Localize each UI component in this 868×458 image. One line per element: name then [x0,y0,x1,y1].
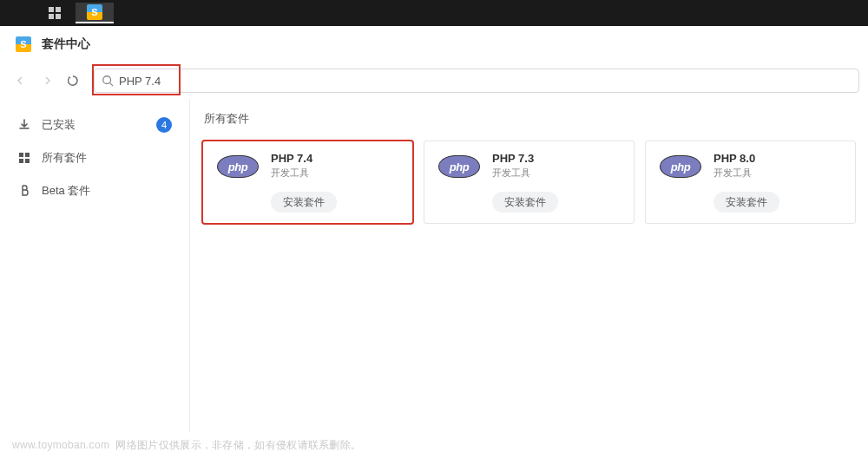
sidebar-item-label: 所有套件 [42,150,172,166]
app-header: S 套件中心 [0,26,868,62]
svg-rect-3 [56,14,61,19]
svg-rect-2 [49,14,54,19]
package-card[interactable]: php PHP 8.0 开发工具 安装套件 [645,141,856,224]
package-subtitle: 开发工具 [271,167,400,180]
sidebar: 已安装 4 所有套件 Beta 套件 [0,99,189,432]
sidebar-item-installed[interactable]: 已安装 4 [9,111,181,139]
toolbar [0,62,868,99]
footer-note: www.toymoban.com 网络图片仅供展示，非存储，如有侵权请联系删除。 [12,438,361,453]
installed-count-badge: 4 [156,117,172,133]
svg-rect-8 [19,159,23,163]
taskbar: S [0,0,868,26]
card-body: PHP 7.4 开发工具 安装套件 [271,152,400,213]
package-card[interactable]: php PHP 7.3 开发工具 安装套件 [424,141,635,224]
svg-rect-7 [25,153,30,157]
package-list: php PHP 7.4 开发工具 安装套件 php PHP 7.3 开发工具 安… [202,141,856,224]
svg-rect-9 [25,159,30,163]
package-subtitle: 开发工具 [492,167,621,180]
svg-line-5 [110,83,114,87]
sidebar-item-label: 已安装 [42,117,156,133]
grid-icon [17,151,31,165]
taskbar-package-center-button[interactable]: S [76,3,114,23]
package-title: PHP 7.4 [271,152,400,165]
install-button[interactable]: 安装套件 [492,192,558,213]
svg-rect-0 [49,7,54,12]
footer-domain: www.toymoban.com [12,439,109,451]
forward-button[interactable] [35,69,59,92]
download-icon [17,118,31,132]
install-button[interactable]: 安装套件 [271,192,337,213]
package-center-icon: S [87,4,102,20]
sidebar-item-beta[interactable]: Beta 套件 [9,177,181,205]
php-icon: php [215,154,260,180]
package-title: PHP 7.3 [492,152,621,165]
package-subtitle: 开发工具 [713,167,843,180]
taskbar-spacer [5,0,36,26]
search-input[interactable] [119,75,852,88]
card-body: PHP 7.3 开发工具 安装套件 [492,152,621,213]
main-panel: 所有套件 php PHP 7.4 开发工具 安装套件 php PHP 7.3 开… [189,99,868,432]
taskbar-grid-button[interactable] [36,3,74,23]
search-field[interactable] [94,69,859,93]
beta-icon [17,184,31,198]
refresh-button[interactable] [61,69,85,92]
php-icon: php [658,154,703,180]
search-icon [102,75,114,87]
svg-point-4 [103,76,111,84]
package-title: PHP 8.0 [713,152,843,165]
svg-rect-1 [56,7,61,12]
svg-rect-6 [19,153,23,157]
footer-text: 网络图片仅供展示，非存储，如有侵权请联系删除。 [115,439,361,451]
main-heading: 所有套件 [202,111,856,127]
card-body: PHP 8.0 开发工具 安装套件 [713,152,843,213]
content: 已安装 4 所有套件 Beta 套件 所有套件 php PHP 7.4 开发工具… [0,99,868,432]
install-button[interactable]: 安装套件 [713,192,779,213]
app-title: 套件中心 [42,36,90,52]
app-logo-icon: S [14,35,33,54]
sidebar-item-all[interactable]: 所有套件 [9,144,181,172]
php-icon: php [437,154,482,180]
back-button[interactable] [9,69,33,92]
package-card[interactable]: php PHP 7.4 开发工具 安装套件 [202,141,413,224]
sidebar-item-label: Beta 套件 [42,183,172,199]
